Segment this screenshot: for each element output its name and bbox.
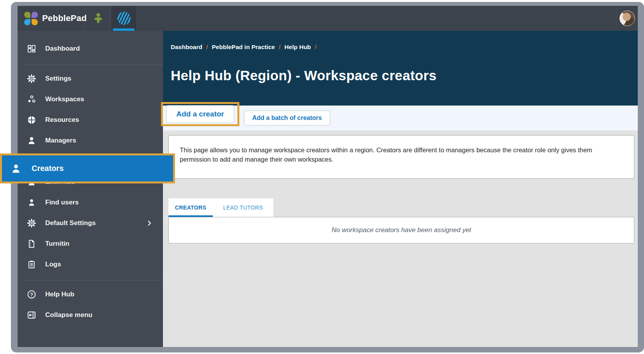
sidebar-item-label: Settings [45, 75, 71, 83]
sidebar-item-label: Help Hub [45, 291, 74, 298]
breadcrumb: Dashboard / PebblePad in Practice / Help… [171, 44, 638, 51]
active-tab-underline [113, 28, 134, 31]
topbar-spacer [137, 6, 616, 31]
empty-state-message: No workspace creators have been assigned… [331, 226, 471, 234]
screenshot-root: PebblePad [0, 0, 644, 354]
breadcrumb-separator: / [279, 44, 280, 51]
breadcrumb-dashboard[interactable]: Dashboard [171, 44, 202, 51]
sidebar-item-help-hub[interactable]: ? Help Hub [18, 284, 163, 305]
add-creator-button[interactable]: Add a creator [166, 105, 234, 123]
page-header: Dashboard / PebblePad in Practice / Help… [163, 31, 638, 106]
info-text: This page allows you to manage workspace… [180, 146, 592, 163]
person-plus-icon [92, 12, 104, 24]
topbar: PebblePad [18, 6, 638, 31]
sidebar-item-collapse-menu[interactable]: Collapse menu [18, 305, 163, 325]
sidebar-divider [22, 65, 163, 65]
content-area: This page allows you to manage workspace… [163, 130, 638, 347]
sidebar-item-label: Logs [45, 261, 61, 268]
sidebar-item-label: Find users [45, 199, 79, 206]
user-menu[interactable] [616, 6, 638, 31]
add-creator-highlight-box: Add a creator [161, 102, 239, 126]
app-body: Dashboard [18, 31, 638, 347]
sidebar-item-label: Managers [45, 137, 76, 144]
sidebar-item-logs[interactable]: Logs [18, 254, 163, 275]
breadcrumb-pebblepad-in-practice[interactable]: PebblePad in Practice [212, 44, 275, 51]
gear-icon [26, 74, 37, 83]
document-icon [26, 239, 37, 248]
sidebar-item-label: Workspaces [45, 95, 84, 103]
question-glyph: ? [30, 292, 33, 297]
person-icon [26, 198, 37, 207]
sidebar-item-resources[interactable]: Resources [18, 109, 163, 130]
sidebar-item-creators[interactable]: Creators [0, 153, 175, 183]
sidebar-item-label: Turnitin [45, 240, 69, 248]
sidebar-item-label: Collapse menu [45, 311, 92, 319]
info-panel: This page allows you to manage workspace… [168, 135, 634, 179]
dashboard-icon [26, 44, 37, 53]
breadcrumb-separator: / [206, 44, 208, 51]
striped-globe-icon [117, 12, 131, 25]
person-icon [26, 136, 37, 145]
sidebar-item-find-users[interactable]: Find users [18, 192, 163, 213]
sidebar-item-label: Resources [45, 116, 79, 124]
actions-row: Add a creator Add a batch of creators [163, 106, 638, 130]
clipboard-icon [26, 260, 37, 269]
sidebar-item-managers[interactable]: Managers [18, 130, 163, 151]
breadcrumb-help-hub[interactable]: Help Hub [285, 44, 311, 51]
pebblepad-logo[interactable]: PebblePad [18, 6, 85, 31]
gear-icon [26, 218, 37, 228]
sidebar: Dashboard [18, 31, 163, 347]
resources-icon [26, 115, 37, 125]
sidebar-item-turnitin[interactable]: Turnitin [18, 233, 163, 254]
sidebar-item-label: Dashboard [45, 45, 80, 53]
topbar-tab-region[interactable] [111, 6, 137, 31]
chevron-right-icon [146, 220, 153, 227]
breadcrumb-separator: / [315, 44, 317, 51]
user-avatar[interactable] [619, 11, 635, 26]
page-title: Help Hub (Region) - Workspace creators [171, 68, 638, 83]
logo-text: PebblePad [42, 13, 87, 23]
sidebar-item-workspaces[interactable]: Workspaces [18, 89, 163, 109]
sidebar-item-dashboard[interactable]: Dashboard [18, 38, 163, 59]
tabstrip: CREATORS LEAD TUTORS [168, 198, 273, 217]
person-icon [10, 163, 22, 174]
topbar-tab-atlas[interactable] [85, 6, 111, 31]
sidebar-divider [22, 280, 163, 280]
sidebar-item-label: Default Settings [45, 219, 96, 227]
creators-list-panel: No workspace creators have been assigned… [168, 217, 634, 243]
tab-creators[interactable]: CREATORS [168, 198, 213, 217]
add-batch-of-creators-button[interactable]: Add a batch of creators [244, 111, 330, 125]
collapse-menu-icon [26, 310, 37, 320]
main-area: Dashboard / PebblePad in Practice / Help… [163, 31, 638, 347]
sidebar-item-settings[interactable]: Settings [18, 68, 163, 89]
sidebar-item-label: Creators [32, 164, 64, 173]
help-circle-icon: ? [26, 290, 37, 299]
pebblepad-logo-icon [24, 12, 38, 25]
sidebar-item-default-settings[interactable]: Default Settings [18, 213, 163, 233]
tab-lead-tutors[interactable]: LEAD TUTORS [213, 198, 273, 217]
workspaces-icon [26, 95, 37, 104]
